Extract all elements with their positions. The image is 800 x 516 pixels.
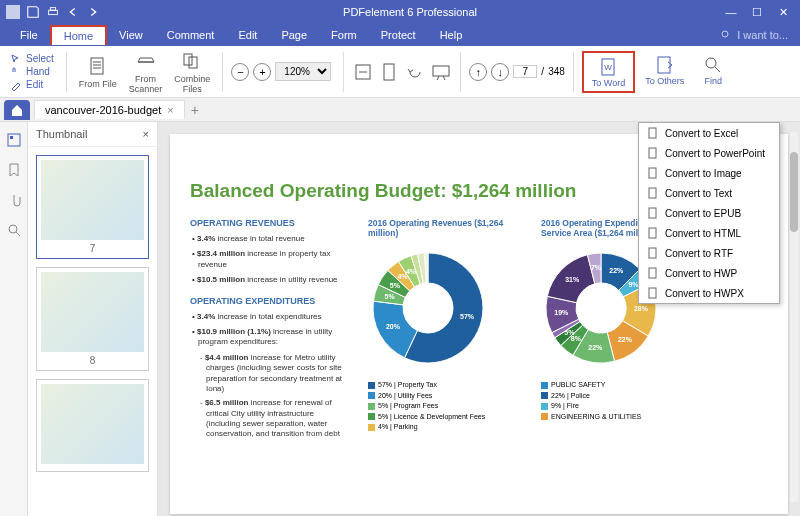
- legend-item: ENGINEERING & UTILITIES: [541, 412, 696, 423]
- legend-item: 5% | Licence & Development Fees: [368, 412, 523, 423]
- menu-home[interactable]: Home: [50, 25, 107, 45]
- thumbnail-panel-icon[interactable]: [6, 132, 22, 148]
- titlebar: PDFelement 6 Professional — ☐ ✕: [0, 0, 800, 24]
- legend-item: PUBLIC SAFETY: [541, 380, 696, 391]
- zoom-out-button[interactable]: −: [231, 63, 249, 81]
- dropdown-item[interactable]: Convert to HTML: [639, 223, 779, 243]
- legend-item: 57% | Property Tax: [368, 380, 523, 391]
- zoom-in-button[interactable]: +: [253, 63, 271, 81]
- print-icon[interactable]: [46, 5, 60, 19]
- svg-point-13: [706, 58, 716, 68]
- svg-rect-14: [8, 134, 20, 146]
- vertical-scrollbar[interactable]: [790, 132, 798, 502]
- page-total: 348: [548, 66, 565, 77]
- next-page-button[interactable]: ↓: [491, 63, 509, 81]
- home-tab-button[interactable]: [4, 100, 30, 120]
- bullet-item: 3.4% increase in total expenditures: [190, 312, 350, 322]
- add-tab-button[interactable]: +: [191, 102, 199, 118]
- document-viewport[interactable]: 2016 Budget and ghts Balanced Operating …: [158, 122, 800, 516]
- select-label: Select: [26, 53, 54, 64]
- legend-item: 9% | Fire: [541, 401, 696, 412]
- dropdown-item[interactable]: Convert to RTF: [639, 243, 779, 263]
- rotate-icon[interactable]: [404, 61, 426, 83]
- svg-rect-4: [91, 58, 103, 74]
- thumbnail-page[interactable]: 8: [36, 267, 149, 371]
- thumbnail-page[interactable]: [36, 379, 149, 472]
- revenues-donut-chart: 57%20%5%5%4%4%: [368, 248, 488, 368]
- menu-help[interactable]: Help: [428, 26, 475, 44]
- tab-close-button[interactable]: ×: [167, 104, 173, 116]
- maximize-button[interactable]: ☐: [746, 3, 768, 21]
- search-panel-icon[interactable]: [6, 222, 22, 238]
- svg-text:19%: 19%: [554, 309, 569, 316]
- presentation-icon[interactable]: [430, 61, 452, 83]
- prev-page-button[interactable]: ↑: [469, 63, 487, 81]
- dropdown-item[interactable]: Convert to Text: [639, 183, 779, 203]
- svg-text:28%: 28%: [634, 305, 649, 312]
- svg-text:20%: 20%: [386, 323, 401, 330]
- from-file-button[interactable]: From File: [75, 53, 121, 91]
- svg-text:8%: 8%: [571, 335, 582, 342]
- legend-item: 5% | Program Fees: [368, 401, 523, 412]
- hand-label: Hand: [26, 66, 50, 77]
- menu-edit[interactable]: Edit: [226, 26, 269, 44]
- svg-rect-9: [433, 66, 449, 76]
- menu-view[interactable]: View: [107, 26, 155, 44]
- dropdown-item[interactable]: Convert to HWPX: [639, 283, 779, 303]
- save-icon[interactable]: [26, 5, 40, 19]
- dropdown-item[interactable]: Convert to HWP: [639, 263, 779, 283]
- menu-protect[interactable]: Protect: [369, 26, 428, 44]
- revenues-heading: OPERATING REVENUES: [190, 218, 350, 228]
- svg-rect-35: [649, 168, 656, 178]
- svg-rect-2: [50, 8, 55, 11]
- minimize-button[interactable]: —: [720, 3, 742, 21]
- from-scanner-button[interactable]: From Scanner: [125, 48, 167, 96]
- fit-width-icon[interactable]: [352, 61, 374, 83]
- to-others-button[interactable]: To Others: [637, 51, 692, 93]
- undo-icon[interactable]: [66, 5, 80, 19]
- dropdown-item[interactable]: Convert to PowerPoint: [639, 143, 779, 163]
- menu-file[interactable]: File: [8, 26, 50, 44]
- hand-tool[interactable]: Hand: [10, 66, 54, 78]
- attachment-panel-icon[interactable]: [6, 192, 22, 208]
- edit-tool[interactable]: Edit: [10, 79, 54, 91]
- combine-files-button[interactable]: Combine Files: [170, 48, 214, 96]
- svg-text:57%: 57%: [460, 313, 475, 320]
- document-tab[interactable]: vancouver-2016-budget×: [34, 100, 185, 119]
- menu-comment[interactable]: Comment: [155, 26, 227, 44]
- svg-text:5%: 5%: [385, 293, 396, 300]
- zoom-select[interactable]: 120%: [275, 62, 331, 81]
- svg-rect-36: [649, 188, 656, 198]
- page-input[interactable]: [513, 65, 537, 78]
- app-icon: [6, 5, 20, 19]
- scrollbar-thumb[interactable]: [790, 152, 798, 232]
- to-word-button[interactable]: WTo Word: [582, 51, 635, 93]
- tab-label: vancouver-2016-budget: [45, 104, 161, 116]
- combine-label: Combine Files: [174, 74, 210, 94]
- dropdown-item[interactable]: Convert to Image: [639, 163, 779, 183]
- menu-form[interactable]: Form: [319, 26, 369, 44]
- redo-icon[interactable]: [86, 5, 100, 19]
- dropdown-item[interactable]: Convert to EPUB: [639, 203, 779, 223]
- i-want-to-label[interactable]: I want to...: [737, 29, 788, 41]
- menu-page[interactable]: Page: [269, 26, 319, 44]
- svg-rect-40: [649, 268, 656, 278]
- thumbnail-close-button[interactable]: ×: [143, 128, 149, 140]
- bullet-item: $23.4 million increase in property tax r…: [190, 249, 350, 270]
- svg-rect-5: [184, 54, 192, 65]
- bookmark-panel-icon[interactable]: [6, 162, 22, 178]
- page-sep: /: [541, 66, 544, 77]
- find-label: Find: [704, 76, 722, 86]
- find-button[interactable]: Find: [694, 51, 732, 93]
- thumbnail-header: Thumbnail: [36, 128, 87, 140]
- select-tool[interactable]: Select: [10, 53, 54, 65]
- fit-page-icon[interactable]: [378, 61, 400, 83]
- svg-text:7%: 7%: [591, 264, 602, 271]
- svg-rect-0: [6, 5, 20, 19]
- dropdown-item[interactable]: Convert to Excel: [639, 123, 779, 143]
- svg-rect-15: [10, 136, 13, 139]
- svg-text:5%: 5%: [390, 282, 401, 289]
- thumbnail-page[interactable]: 7: [36, 155, 149, 259]
- bullet-item: 3.4% increase in total revenue: [190, 234, 350, 244]
- close-button[interactable]: ✕: [772, 3, 794, 21]
